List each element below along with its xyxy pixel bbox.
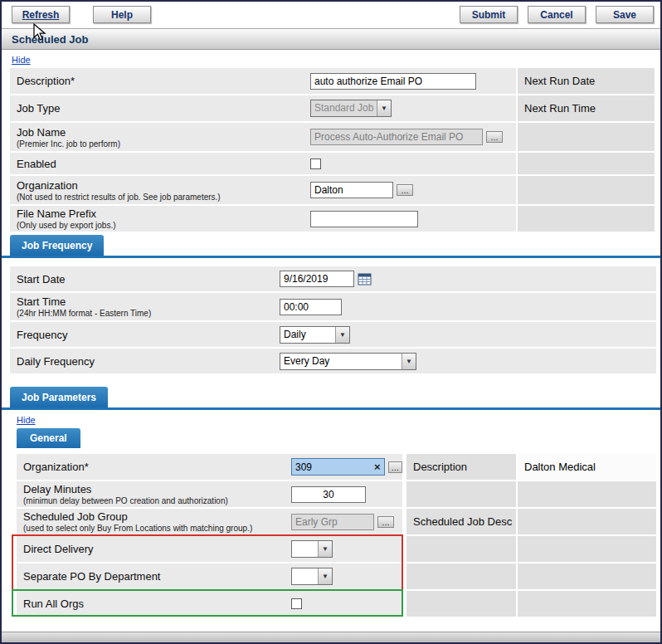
help-button[interactable]: Help xyxy=(93,6,151,23)
job-type-control-cell: Standard Job ▼ xyxy=(309,95,516,121)
file-name-prefix-input[interactable] xyxy=(310,211,418,227)
daily-frequency-select[interactable]: Every Day ▼ xyxy=(280,353,416,370)
cancel-button[interactable]: Cancel xyxy=(528,6,586,23)
row-job-type: Job Type Standard Job ▼ Next Run Time xyxy=(10,95,656,121)
tab-job-frequency[interactable]: Job Frequency xyxy=(10,235,104,256)
horizontal-scrollbar[interactable] xyxy=(2,632,660,642)
frequency-control-cell: Daily ▼ xyxy=(280,322,656,347)
param-description-label: Description xyxy=(413,461,467,473)
start-date-control-cell xyxy=(280,266,656,291)
direct-delivery-control-cell: ▼ xyxy=(288,536,402,562)
scheduled-job-group-label: Scheduled Job Group xyxy=(23,510,281,523)
toolbar-right-group: Submit Cancel Save xyxy=(460,6,654,23)
param-organization-label-cell: Organization* xyxy=(17,454,288,480)
row-start-date: Start Date xyxy=(10,266,656,291)
tab-general[interactable]: General xyxy=(17,428,80,448)
description-right-label-cell: Description xyxy=(406,454,516,480)
job-parameters-hide-link[interactable]: Hide xyxy=(17,415,36,425)
job-parameters-tabbar: Job Parameters xyxy=(2,387,660,410)
clear-icon[interactable]: × xyxy=(374,461,381,472)
job-name-label: Job Name xyxy=(17,126,302,139)
run-all-orgs-label: Run All Orgs xyxy=(23,598,281,610)
file-name-prefix-label-cell: File Name Prefix (Only used by export jo… xyxy=(10,206,309,232)
row-scheduled-job-group: Scheduled Job Group (used to select only… xyxy=(17,509,656,534)
submit-button[interactable]: Submit xyxy=(460,6,518,23)
row-run-all-orgs: Run All Orgs xyxy=(17,591,656,617)
separate-po-label-cell: Separate PO By Department xyxy=(17,564,288,589)
scheduled-job-group-lookup-button[interactable]: ... xyxy=(377,516,394,528)
start-time-sublabel: (24hr HH:MM format - Eastern Time) xyxy=(17,309,273,318)
chevron-down-icon: ▼ xyxy=(402,354,416,369)
enabled-label-cell: Enabled xyxy=(10,153,309,174)
job-name-sublabel: (Premier Inc. job to perform) xyxy=(17,139,302,149)
start-date-input[interactable] xyxy=(280,271,354,287)
param-organization-value: 309 xyxy=(295,461,312,473)
start-time-input[interactable] xyxy=(280,299,342,315)
job-name-lookup-button[interactable]: ... xyxy=(486,131,503,143)
frequency-label-cell: Frequency xyxy=(10,322,280,347)
file-name-prefix-sublabel: (Only used by export jobs.) xyxy=(17,221,302,230)
delay-minutes-input[interactable] xyxy=(291,486,366,503)
separate-po-label: Separate PO By Department xyxy=(23,570,281,583)
row-direct-delivery: Direct Delivery ▼ xyxy=(17,536,656,562)
row-organization: Organization (Not used to restrict resul… xyxy=(10,176,656,204)
direct-delivery-select[interactable]: ▼ xyxy=(291,540,333,558)
job-name-label-cell: Job Name (Premier Inc. job to perform) xyxy=(10,123,309,151)
empty-param-cell-6 xyxy=(518,564,656,589)
frequency-label: Frequency xyxy=(17,329,273,341)
page-title: Scheduled Job xyxy=(12,33,88,46)
calendar-icon[interactable] xyxy=(358,272,372,285)
scheduled-job-group-label-cell: Scheduled Job Group (used to select only… xyxy=(17,509,288,534)
delay-minutes-sublabel: (minimun delay between PO creation and a… xyxy=(23,496,281,505)
empty-right-cell-2 xyxy=(518,153,655,174)
frequency-select[interactable]: Daily ▼ xyxy=(280,326,350,344)
direct-delivery-label: Direct Delivery xyxy=(23,543,281,555)
param-organization-control-cell: 309 × ... xyxy=(288,454,402,480)
toolbar-left-group: Refresh Help xyxy=(12,6,151,23)
row-description: Description* Next Run Date xyxy=(10,68,656,94)
daily-frequency-value: Every Day xyxy=(280,354,402,369)
delay-minutes-control-cell xyxy=(288,481,402,507)
delay-minutes-label: Delay Minutes xyxy=(23,483,281,495)
run-all-orgs-checkbox[interactable] xyxy=(291,598,302,609)
empty-param-cell-4 xyxy=(518,536,656,562)
param-description-value: Dalton Medical xyxy=(524,461,596,473)
scheduled-job-table: Description* Next Run Date Job Type Stan… xyxy=(10,68,656,232)
separate-po-select[interactable]: ▼ xyxy=(291,568,333,585)
run-all-orgs-control-cell xyxy=(288,591,402,617)
empty-param-cell-2 xyxy=(518,481,656,507)
row-daily-frequency: Daily Frequency Every Day ▼ xyxy=(10,349,656,373)
chevron-down-icon: ▼ xyxy=(318,541,332,557)
refresh-button[interactable]: Refresh xyxy=(12,6,70,23)
organization-label: Organization xyxy=(17,179,302,192)
job-frequency-tabbar: Job Frequency xyxy=(2,235,660,258)
empty-right-cell-4 xyxy=(518,206,655,232)
separate-po-control-cell: ▼ xyxy=(288,564,402,589)
hide-link[interactable]: Hide xyxy=(12,55,31,65)
empty-param-cell-5 xyxy=(406,564,516,589)
file-name-prefix-control-cell xyxy=(309,206,516,232)
daily-frequency-control-cell: Every Day ▼ xyxy=(280,349,656,373)
tab-job-parameters[interactable]: Job Parameters xyxy=(10,387,108,407)
scheduled-job-group-input xyxy=(291,514,374,530)
description-input[interactable] xyxy=(310,73,476,90)
enabled-checkbox[interactable] xyxy=(310,159,321,169)
direct-delivery-value xyxy=(292,541,318,557)
row-job-name: Job Name (Premier Inc. job to perform) .… xyxy=(10,123,656,151)
frequency-value: Daily xyxy=(280,327,335,343)
start-time-label: Start Time xyxy=(17,295,273,308)
job-type-select[interactable]: Standard Job ▼ xyxy=(310,100,392,117)
top-toolbar: Refresh Help Submit Cancel Save xyxy=(2,2,660,28)
empty-param-cell-8 xyxy=(518,591,656,617)
save-button[interactable]: Save xyxy=(596,6,654,23)
delay-minutes-label-cell: Delay Minutes (minimun delay between PO … xyxy=(17,481,288,507)
organization-lookup-button[interactable]: ... xyxy=(397,184,413,196)
run-all-orgs-label-cell: Run All Orgs xyxy=(17,591,288,617)
start-time-label-cell: Start Time (24hr HH:MM format - Eastern … xyxy=(10,293,280,320)
param-organization-input[interactable]: 309 × xyxy=(291,458,385,476)
scheduled-job-group-control-cell: ... xyxy=(288,509,402,534)
next-run-time-label: Next Run Time xyxy=(524,102,596,115)
chevron-down-icon: ▼ xyxy=(335,327,349,343)
organization-input[interactable] xyxy=(310,182,393,198)
param-organization-lookup-button[interactable]: ... xyxy=(388,461,402,473)
